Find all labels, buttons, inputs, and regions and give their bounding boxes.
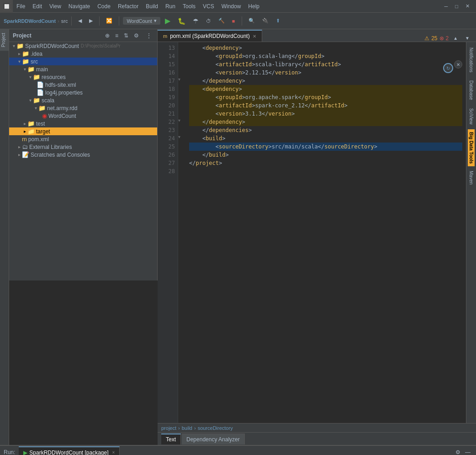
log4j-file[interactable]: 📄 log4j.properties: [9, 89, 157, 96]
hdfs-label: hdfs-site.xml: [45, 82, 76, 88]
panel-title: Project: [13, 32, 101, 39]
menu-tools[interactable]: Tools: [179, 0, 199, 12]
pom-file[interactable]: m pom.xml: [9, 135, 157, 143]
menu-vcs[interactable]: VCS: [199, 0, 218, 12]
tree-root[interactable]: ▾ 📁 SparkRDDWordCount D:\Projects\ScalaP…: [9, 42, 157, 50]
resources-label: resources: [42, 74, 66, 80]
hdfs-file-icon: 📄: [37, 81, 44, 88]
run-tab-close[interactable]: ×: [112, 450, 115, 455]
text-tab[interactable]: Text: [161, 434, 181, 444]
menu-items: File Edit View Navigate Code Refactor Bu…: [13, 0, 263, 12]
warning-badge-area: ⚠ 25 ⊗ 2 ▲ ▼: [424, 35, 476, 42]
forward-button[interactable]: ▶: [86, 17, 95, 25]
breadcrumb-source[interactable]: sourceDirectory: [198, 425, 233, 431]
code-line-19: <groupId>org.apache.spark</groupId>: [189, 93, 462, 101]
close-button[interactable]: ✕: [463, 2, 472, 10]
wordcount-label: WordCount: [48, 113, 76, 119]
resources-arrow: ▾: [27, 74, 33, 79]
menu-code[interactable]: Code: [94, 0, 114, 12]
menu-build[interactable]: Build: [142, 0, 162, 12]
src-label: src: [31, 58, 38, 65]
run-close-btn[interactable]: —: [463, 448, 472, 455]
debug-button[interactable]: 🐛: [175, 16, 188, 26]
scala-folder-icon: 📁: [33, 97, 40, 104]
run-task-label: SparkRDDWordCount [package]: [29, 450, 108, 455]
back-button[interactable]: ◀: [75, 17, 85, 25]
code-line-25: <sourceDirectory>src/main/scala</sourceD…: [189, 143, 462, 151]
project-name[interactable]: SparkRDDWordCount: [4, 18, 56, 24]
project-tab-label[interactable]: Project: [0, 29, 9, 51]
log4j-file-icon: 📄: [37, 89, 44, 96]
project-dir[interactable]: src: [61, 18, 68, 24]
menu-window[interactable]: Window: [218, 0, 245, 12]
dependency-analyzer-tab[interactable]: Dependency Analyzer: [182, 434, 245, 444]
scroll-up-btn[interactable]: ▲: [450, 35, 460, 42]
run-task-tab[interactable]: ▶ SparkRDDWordCount [package] ×: [19, 446, 120, 455]
profile-button[interactable]: ⏱: [203, 17, 214, 25]
run-config-selector[interactable]: WordCount ▾: [123, 17, 160, 25]
main-folder[interactable]: ▾ 📁 main: [9, 65, 157, 73]
scroll-down-btn[interactable]: ▼: [462, 35, 472, 42]
code-line-21: <version>3.1.3</version>: [189, 110, 462, 118]
src-folder[interactable]: ▾ 📁 src: [9, 58, 157, 65]
menu-refactor[interactable]: Refactor: [114, 0, 142, 12]
stop-button[interactable]: ■: [229, 17, 238, 25]
notifications-tab[interactable]: Notifications: [468, 44, 475, 76]
package-folder[interactable]: ▾ 📁 net.army.rdd: [9, 104, 157, 112]
test-folder[interactable]: ▸ 📁 test: [9, 120, 157, 127]
sciview-tab[interactable]: SciView: [468, 105, 475, 128]
more-icon[interactable]: ⋮: [144, 32, 153, 40]
code-line-27: </project>: [189, 159, 462, 167]
target-folder[interactable]: ▸ 📁 target: [9, 127, 157, 135]
menu-edit[interactable]: Edit: [29, 0, 46, 12]
error-count: 2: [446, 35, 449, 42]
update-button[interactable]: ⬆: [273, 17, 283, 25]
idea-folder[interactable]: ▸ 📁 .idea: [9, 50, 157, 58]
resources-folder[interactable]: ▾ 📁 resources: [9, 73, 157, 81]
scala-folder[interactable]: ▾ 📁 scala: [9, 96, 157, 104]
database-tab[interactable]: Database: [468, 77, 475, 104]
ext-libs-arrow: ▸: [16, 144, 22, 149]
editor-bottom-bar: project › build › sourceDirectory Text D…: [158, 423, 476, 445]
pom-tab-label: pom.xml (SparkRDDWordCount): [170, 33, 250, 39]
expand-icon[interactable]: ⇅: [122, 32, 130, 40]
panel-header: Project ⊕ ≡ ⇅ ⚙ ⋮: [9, 29, 157, 42]
code-content[interactable]: <dependency> <groupId>org.scala-lang</gr…: [185, 42, 466, 423]
add-icon[interactable]: ⊕: [103, 32, 111, 40]
build-button[interactable]: 🔨: [216, 17, 227, 25]
run-settings-btn[interactable]: ⚙: [454, 448, 462, 455]
maven-tab[interactable]: Maven: [468, 167, 475, 188]
coverage-button[interactable]: ☂: [190, 16, 201, 26]
menu-file[interactable]: File: [13, 0, 29, 12]
vcs-button[interactable]: 🔀: [103, 17, 115, 25]
settings-icon[interactable]: ⚙: [132, 32, 141, 40]
breadcrumb-project[interactable]: project: [161, 425, 176, 431]
big-data-tools-tab[interactable]: Big Data Tools: [468, 129, 475, 166]
menu-navigate[interactable]: Navigate: [65, 0, 94, 12]
maximize-button[interactable]: □: [452, 2, 461, 10]
plugins-button[interactable]: 🔌: [259, 17, 271, 25]
code-line-14: <groupId>org.scala-lang</groupId>: [189, 52, 462, 60]
collapse-all-icon[interactable]: ≡: [113, 32, 120, 40]
test-arrow: ▸: [22, 121, 27, 126]
pom-tab-close[interactable]: ✕: [253, 34, 256, 39]
minimize-button[interactable]: ─: [442, 2, 451, 10]
code-line-26: </build>: [189, 151, 462, 159]
wordcount-file[interactable]: ◉ WordCount: [9, 112, 157, 120]
run-button[interactable]: ▶: [162, 16, 173, 26]
pom-label: pom.xml: [28, 136, 49, 143]
main-folder-icon: 📁: [27, 66, 35, 73]
code-editor: 13 14 15 16 17 18 19 20 21 22 23 24 25 2…: [158, 42, 466, 423]
menu-view[interactable]: View: [46, 0, 65, 12]
breadcrumb-build[interactable]: build: [182, 425, 192, 431]
breadcrumb-row: project › build › sourceDirectory: [158, 423, 476, 433]
scratches-folder[interactable]: ▸ 📝 Scratches and Consoles: [9, 151, 157, 159]
ext-libs-folder[interactable]: ▸ 🗂 External Libraries: [9, 143, 157, 151]
menu-run[interactable]: Run: [162, 0, 179, 12]
pom-tab[interactable]: m pom.xml (SparkRDDWordCount) ✕: [158, 30, 262, 42]
test-folder-icon: 📁: [27, 120, 35, 127]
loading-close-btn[interactable]: ✕: [454, 60, 462, 69]
search-button[interactable]: 🔍: [246, 17, 258, 25]
menu-help[interactable]: Help: [244, 0, 263, 12]
hdfs-file[interactable]: 📄 hdfs-site.xml: [9, 81, 157, 89]
